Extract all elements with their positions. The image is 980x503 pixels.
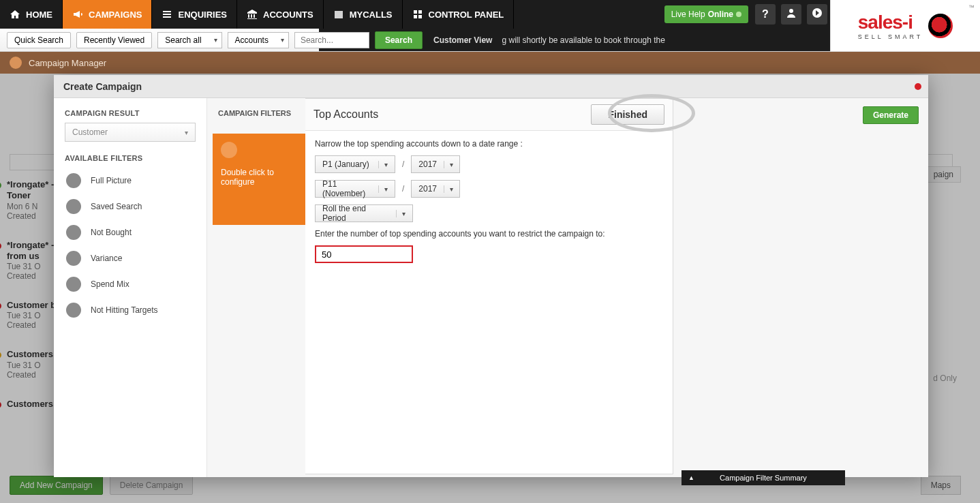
create-campaign-modal: Create Campaign CAMPAIGN RESULT Customer… xyxy=(54,75,928,477)
filter-spend-mix[interactable]: Spend Mix xyxy=(65,271,196,297)
nav-home-label: HOME xyxy=(26,10,52,20)
user-icon xyxy=(786,7,797,21)
campaign-result-heading: CAMPAIGN RESULT xyxy=(65,109,196,117)
filter-detail-panel: Top Accounts Finished Narrow the top spe… xyxy=(305,98,673,474)
profile-button[interactable] xyxy=(781,4,801,25)
nav-campaigns-label: CAMPAIGNS xyxy=(89,10,142,20)
search-bar: Quick Search Recently Viewed Search all … xyxy=(0,29,830,52)
search-button[interactable]: Search xyxy=(375,31,423,49)
detail-line2: Enter the number of top spending account… xyxy=(315,229,663,239)
modal-left-panel: CAMPAIGN RESULT Customer AVAILABLE FILTE… xyxy=(54,98,207,477)
year-to-select[interactable]: 2017 xyxy=(411,180,460,198)
nav-accounts-label: ACCOUNTS xyxy=(263,10,313,20)
modal-title: Create Campaign xyxy=(63,81,142,92)
filter-variance[interactable]: Variance xyxy=(65,245,196,271)
search-entity-select[interactable]: Accounts xyxy=(228,32,289,48)
search-input[interactable] xyxy=(294,32,369,48)
year-from-select[interactable]: 2017 xyxy=(411,155,460,173)
nav-control-panel-label: CONTROL PANEL xyxy=(429,10,504,20)
filter-label: Not Hitting Targets xyxy=(91,305,158,315)
modal-titlebar: Create Campaign xyxy=(54,75,928,98)
home-icon xyxy=(10,9,20,20)
nav-home[interactable]: HOME xyxy=(0,0,63,29)
logo-subtext: SELL SMART xyxy=(858,33,923,40)
filter-label: Saved Search xyxy=(91,202,142,211)
close-icon[interactable] xyxy=(915,83,921,90)
page-title: Campaign Manager xyxy=(29,58,106,68)
filter-not-bought[interactable]: Not Bought xyxy=(65,219,196,245)
campaign-icon xyxy=(10,57,22,69)
logo-eye-icon xyxy=(928,14,953,38)
recently-viewed-button[interactable]: Recently Viewed xyxy=(76,32,152,48)
roll-select[interactable]: Roll the end Period xyxy=(315,204,413,222)
live-help-status: Online xyxy=(708,10,733,19)
generate-button[interactable]: Generate xyxy=(863,106,919,124)
next-button[interactable] xyxy=(807,4,827,25)
summary-tab-label: Campaign Filter Summary xyxy=(720,474,807,482)
live-help-label: Live Help xyxy=(671,10,705,19)
detail-title: Top Accounts xyxy=(313,108,378,121)
ticker-text: g will shortly be available to book thro… xyxy=(502,35,664,45)
question-icon: ? xyxy=(762,8,769,20)
help-button[interactable]: ? xyxy=(755,4,776,25)
filter-saved-search[interactable]: Saved Search xyxy=(65,194,196,219)
ribbon-icon xyxy=(221,142,237,158)
campaign-result-select[interactable]: Customer xyxy=(65,123,196,142)
status-dot-icon xyxy=(736,12,741,17)
filter-label: Full Picture xyxy=(91,176,132,185)
filter-icon xyxy=(66,277,81,292)
search-scope-select[interactable]: Search all xyxy=(157,32,221,48)
brand-logo: sales-i SELL SMART ™ xyxy=(830,0,980,52)
nav-control-panel[interactable]: CONTROL PANEL xyxy=(403,0,515,29)
nav-enquiries[interactable]: ENQUIRIES xyxy=(152,0,237,29)
campaign-filters-heading: CAMPAIGN FILTERS xyxy=(207,109,305,128)
nav-accounts[interactable]: ACCOUNTS xyxy=(237,0,324,29)
grid-icon xyxy=(412,9,423,20)
finished-button[interactable]: Finished xyxy=(591,104,664,125)
quick-search-button[interactable]: Quick Search xyxy=(7,32,71,48)
filter-full-picture[interactable]: Full Picture xyxy=(65,168,196,194)
arrow-right-icon xyxy=(812,7,823,21)
filter-icon xyxy=(66,173,81,188)
active-filter-tile[interactable]: Double click to configure xyxy=(213,134,308,225)
filter-icon xyxy=(66,303,81,318)
nav-campaigns[interactable]: CAMPAIGNS xyxy=(63,0,152,29)
tile-text: Double click to configure xyxy=(221,168,274,187)
filter-icon xyxy=(66,225,81,240)
logo-text: sales-i xyxy=(858,12,923,33)
modal-right-panel: Generate Top Accounts Finished Narrow th… xyxy=(305,98,928,477)
live-help-button[interactable]: Live Help Online xyxy=(664,5,748,23)
filter-label: Variance xyxy=(91,254,122,263)
filter-label: Not Bought xyxy=(91,228,132,237)
bank-icon xyxy=(247,9,258,20)
nav-enquiries-label: ENQUIRIES xyxy=(178,10,227,20)
filter-icon xyxy=(66,251,81,266)
modal-mid-panel: CAMPAIGN FILTERS Double click to configu… xyxy=(207,98,305,477)
megaphone-icon xyxy=(72,9,83,20)
svg-point-0 xyxy=(789,9,793,13)
page-subheader: Campaign Manager xyxy=(0,52,980,74)
calendar-icon xyxy=(333,9,344,20)
list-icon xyxy=(162,9,172,20)
filter-not-hitting-targets[interactable]: Not Hitting Targets xyxy=(65,297,196,323)
detail-line1: Narrow the top spending accounts down to… xyxy=(315,139,663,149)
filter-label: Spend Mix xyxy=(91,279,129,289)
customer-view-label: Customer View xyxy=(433,35,492,45)
available-filters-heading: AVAILABLE FILTERS xyxy=(65,154,196,162)
restrict-count-input[interactable] xyxy=(315,245,413,263)
filter-icon xyxy=(66,199,81,214)
period-from-select[interactable]: P1 (January) xyxy=(315,155,395,173)
nav-mycalls[interactable]: MYCALLS xyxy=(324,0,403,29)
campaign-filter-summary-tab[interactable]: Campaign Filter Summary xyxy=(682,470,845,485)
nav-mycalls-label: MYCALLS xyxy=(350,10,393,20)
period-to-select[interactable]: P11 (November) xyxy=(315,180,395,198)
